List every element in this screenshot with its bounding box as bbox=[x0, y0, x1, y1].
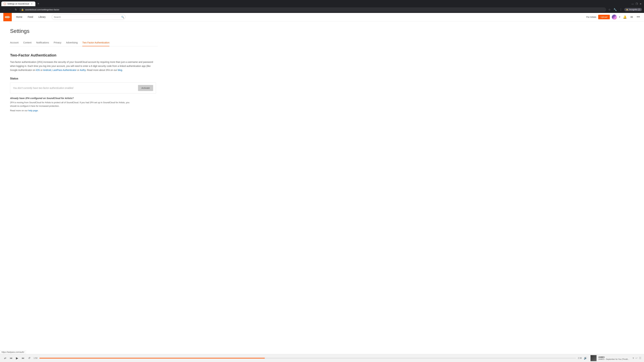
avatar[interactable] bbox=[612, 14, 617, 19]
tfa-desc-comma: , bbox=[51, 69, 52, 71]
search-bar[interactable]: 🔍 bbox=[52, 14, 126, 20]
already-2fa-section: Already have 2FA configured on SoundClou… bbox=[10, 97, 158, 112]
browser-chrome: SC Settings on SoundCloud × + — ❐ ✕ ← → … bbox=[0, 0, 644, 13]
status-box: You don't currently have two-factor auth… bbox=[10, 82, 156, 93]
address-bar[interactable]: 🔒 soundcloud.com/settings/two-factor bbox=[19, 7, 606, 12]
extensions-button[interactable]: 🔧 bbox=[613, 7, 618, 12]
tfa-desc-text2: or bbox=[40, 69, 43, 71]
svg-rect-8 bbox=[8, 16, 8, 18]
browser-menu-button[interactable]: ⋮ bbox=[618, 7, 623, 12]
page-content: Settings Account Content Notifications P… bbox=[0, 21, 168, 120]
messages-button[interactable]: ✉ bbox=[629, 15, 634, 19]
tab-favicon: SC bbox=[4, 3, 6, 5]
ios-link[interactable]: iOS bbox=[36, 69, 40, 71]
lastpass-link[interactable]: LastPass Authenticator bbox=[52, 69, 76, 71]
activate-button[interactable]: Activate bbox=[138, 85, 153, 91]
browser-actions: ☆ 🔧 ⋮ 🕵 Incognito (2) bbox=[607, 7, 642, 12]
soundcloud-logo[interactable] bbox=[3, 13, 12, 21]
lock-icon: 🔒 bbox=[21, 8, 24, 11]
tab-advertising[interactable]: Advertising bbox=[66, 39, 78, 46]
svg-rect-12 bbox=[10, 17, 10, 17]
svg-rect-9 bbox=[8, 16, 9, 18]
incognito-label: Incognito (2) bbox=[629, 8, 640, 11]
search-input[interactable] bbox=[52, 14, 126, 20]
already-2fa-text: 2FA is moving from SoundCloud for Artist… bbox=[10, 101, 136, 108]
header-right: For Artists Upload ▼ 🔔 ✉ ••• bbox=[586, 14, 641, 19]
android-link[interactable]: Android bbox=[43, 69, 51, 71]
tfa-section-title: Two-Factor Authentication bbox=[10, 53, 158, 57]
help-period: . bbox=[38, 109, 38, 112]
forward-button[interactable]: → bbox=[8, 7, 12, 12]
two-factor-section: Two-Factor Authentication Two-factor aut… bbox=[10, 53, 158, 112]
svg-rect-6 bbox=[7, 16, 7, 18]
more-options-button[interactable]: ••• bbox=[636, 15, 641, 19]
svg-text:SC: SC bbox=[4, 3, 6, 4]
avatar-image bbox=[612, 14, 617, 19]
reload-button[interactable]: ↻ bbox=[14, 7, 18, 12]
url-display: soundcloud.com/settings/two-factor bbox=[25, 8, 604, 11]
tab-close-button[interactable]: × bbox=[30, 2, 33, 5]
tab-content[interactable]: Content bbox=[23, 39, 32, 46]
svg-rect-2 bbox=[5, 16, 5, 18]
upload-button[interactable]: Upload bbox=[598, 15, 610, 19]
tab-bar: SC Settings on SoundCloud × + — ❐ ✕ bbox=[0, 0, 644, 6]
status-label: Status bbox=[10, 77, 158, 80]
tab-notifications[interactable]: Notifications bbox=[36, 39, 49, 46]
svg-rect-11 bbox=[10, 16, 10, 17]
svg-rect-3 bbox=[5, 16, 6, 18]
nav-home[interactable]: Home bbox=[14, 13, 25, 21]
nav-library[interactable]: Library bbox=[36, 13, 48, 21]
avatar-chevron-icon[interactable]: ▼ bbox=[619, 16, 620, 18]
authy-link[interactable]: Authy bbox=[80, 69, 86, 71]
help-page-link[interactable]: help page bbox=[28, 109, 38, 112]
tfa-desc-period: . bbox=[122, 69, 123, 71]
blog-link[interactable]: blog bbox=[118, 69, 122, 71]
minimize-button[interactable]: — bbox=[630, 2, 634, 6]
incognito-icon: 🕵 bbox=[626, 8, 628, 11]
settings-tabs: Account Content Notifications Privacy Ad… bbox=[10, 39, 158, 46]
search-button[interactable]: 🔍 bbox=[121, 16, 124, 18]
read-more-prefix: Read more on our bbox=[10, 109, 28, 112]
back-button[interactable]: ← bbox=[2, 7, 7, 12]
tfa-desc-text4: . Read more about 2FA on our bbox=[86, 69, 118, 71]
main-nav: Home Feed Library bbox=[14, 13, 48, 21]
browser-controls: ← → ↻ 🔒 soundcloud.com/settings/two-fact… bbox=[0, 6, 644, 13]
nav-feed[interactable]: Feed bbox=[25, 13, 36, 21]
new-tab-button[interactable]: + bbox=[36, 1, 40, 6]
tab-privacy[interactable]: Privacy bbox=[54, 39, 62, 46]
tab-two-factor[interactable]: Two Factor Authentication bbox=[82, 39, 109, 46]
for-artists-link[interactable]: For Artists bbox=[586, 16, 596, 18]
tfa-description: Two-factor authentication (2FA) increase… bbox=[10, 60, 156, 72]
close-window-button[interactable]: ✕ bbox=[639, 2, 643, 6]
already-2fa-read-more: Read more on our help page. bbox=[10, 109, 136, 112]
maximize-button[interactable]: ❐ bbox=[634, 2, 639, 6]
svg-rect-5 bbox=[6, 16, 7, 18]
browser-tab[interactable]: SC Settings on SoundCloud × bbox=[1, 1, 36, 6]
svg-rect-10 bbox=[9, 16, 9, 18]
window-controls: — ❐ ✕ bbox=[630, 2, 643, 6]
svg-rect-7 bbox=[8, 16, 8, 18]
svg-rect-4 bbox=[6, 16, 6, 18]
soundcloud-header: Home Feed Library 🔍 For Artists Upload ▼… bbox=[0, 13, 644, 21]
tab-account[interactable]: Account bbox=[10, 39, 18, 46]
tab-title: Settings on SoundCloud bbox=[8, 3, 29, 5]
already-2fa-title: Already have 2FA configured on SoundClou… bbox=[10, 97, 158, 99]
bookmark-button[interactable]: ☆ bbox=[607, 7, 612, 12]
page-title: Settings bbox=[10, 28, 158, 34]
tab-bar-left: SC Settings on SoundCloud × + bbox=[1, 1, 40, 6]
tfa-desc-text3: or bbox=[76, 69, 80, 71]
incognito-badge: 🕵 Incognito (2) bbox=[624, 8, 642, 11]
notifications-button[interactable]: 🔔 bbox=[622, 15, 627, 19]
status-text: You don't currently have two-factor auth… bbox=[13, 87, 136, 89]
